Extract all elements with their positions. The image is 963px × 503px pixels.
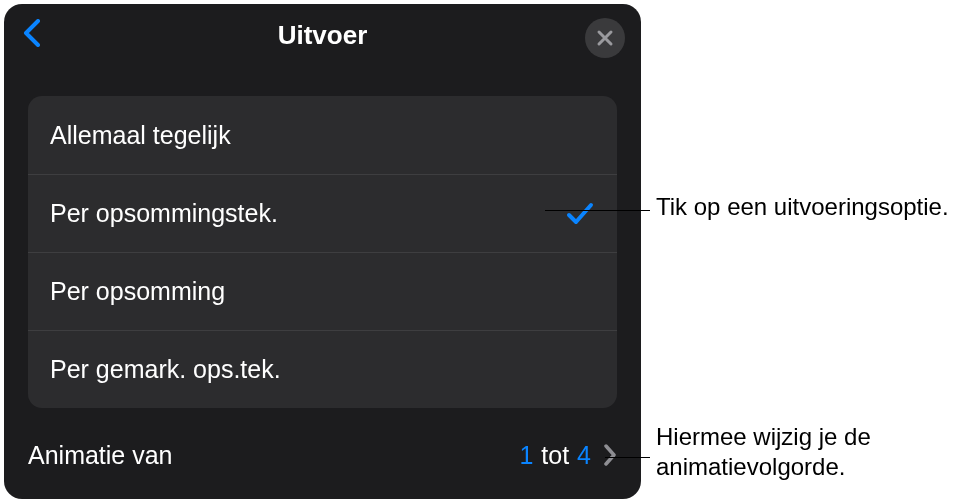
checkmark-slot: [565, 277, 595, 307]
animation-from-value: 1: [519, 441, 533, 470]
option-by-bullet-group[interactable]: Per opsomming: [28, 252, 617, 330]
animation-order-row[interactable]: Animatie van 1 tot 4: [28, 431, 617, 479]
checkmark-icon: [566, 202, 594, 226]
option-by-highlighted-bullet[interactable]: Per gemark. ops.tek.: [28, 330, 617, 408]
animation-order-label: Animatie van: [28, 441, 173, 470]
option-by-bullet[interactable]: Per opsommingstek.: [28, 174, 617, 252]
close-icon: [596, 29, 614, 47]
option-label: Allemaal tegelijk: [50, 121, 231, 150]
panel-header: Uitvoer: [4, 4, 641, 66]
option-label: Per gemark. ops.tek.: [50, 355, 281, 384]
close-button[interactable]: [585, 18, 625, 58]
animation-to-value: 4: [577, 441, 591, 470]
animation-order-value: 1 tot 4: [519, 441, 617, 470]
animation-to-word: tot: [541, 441, 569, 470]
callout-option: Tik op een uitvoeringsoptie.: [656, 192, 956, 222]
callout-leader-line: [545, 210, 650, 211]
panel-title: Uitvoer: [278, 20, 368, 51]
callout-order-text: Hiermee wijzig je de animatievolgorde.: [656, 423, 871, 480]
callout-option-text: Tik op een uitvoeringsoptie.: [656, 193, 949, 220]
delivery-panel: Uitvoer Allemaal tegelijk Per opsommings…: [4, 4, 641, 499]
delivery-option-list: Allemaal tegelijk Per opsommingstek. Per…: [28, 96, 617, 408]
checkmark-slot: [565, 355, 595, 385]
checkmark-slot: [565, 199, 595, 229]
chevron-right-icon: [603, 444, 617, 466]
chevron-left-icon: [23, 19, 41, 47]
callout-order: Hiermee wijzig je de animatievolgorde.: [656, 422, 956, 482]
checkmark-slot: [565, 120, 595, 150]
option-all-at-once[interactable]: Allemaal tegelijk: [28, 96, 617, 174]
option-label: Per opsomming: [50, 277, 225, 306]
option-label: Per opsommingstek.: [50, 199, 278, 228]
back-button[interactable]: [18, 18, 46, 48]
callout-leader-line: [605, 457, 650, 458]
